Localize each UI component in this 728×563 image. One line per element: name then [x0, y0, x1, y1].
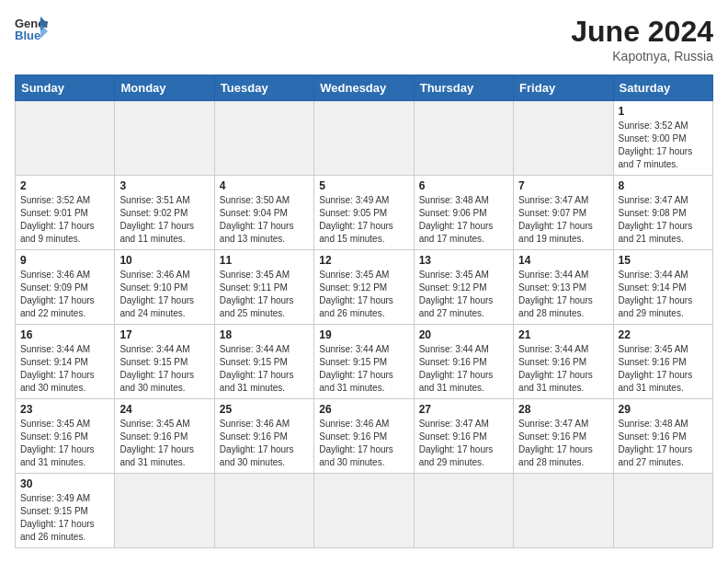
logo-icon: General Blue [15, 15, 48, 42]
day-info: Sunrise: 3:44 AMSunset: 9:15 PMDaylight:… [220, 343, 309, 395]
calendar-day-cell [514, 101, 613, 176]
day-number: 18 [220, 328, 309, 341]
title-block: June 2024 Kapotnya, Russia [571, 15, 713, 63]
day-number: 8 [619, 179, 708, 192]
day-number: 16 [20, 328, 109, 341]
weekday-header-tuesday: Tuesday [214, 75, 313, 101]
day-number: 14 [518, 254, 608, 267]
day-info: Sunrise: 3:45 AMSunset: 9:16 PMDaylight:… [619, 343, 708, 395]
weekday-header-wednesday: Wednesday [314, 75, 414, 101]
day-number: 17 [119, 328, 209, 341]
calendar-day-cell: 23Sunrise: 3:45 AMSunset: 9:16 PMDayligh… [16, 399, 115, 474]
day-number: 12 [319, 254, 408, 267]
day-number: 29 [619, 403, 708, 416]
day-number: 5 [319, 179, 408, 192]
calendar-day-cell: 27Sunrise: 3:47 AMSunset: 9:16 PMDayligh… [414, 399, 513, 474]
day-info: Sunrise: 3:44 AMSunset: 9:15 PMDaylight:… [319, 343, 408, 395]
day-info: Sunrise: 3:47 AMSunset: 9:16 PMDaylight:… [419, 418, 508, 469]
day-info: Sunrise: 3:48 AMSunset: 9:16 PMDaylight:… [619, 418, 708, 469]
day-number: 30 [20, 477, 109, 490]
calendar-day-cell: 5Sunrise: 3:49 AMSunset: 9:05 PMDaylight… [314, 176, 414, 250]
calendar-day-cell: 12Sunrise: 3:45 AMSunset: 9:12 PMDayligh… [314, 250, 414, 325]
day-number: 10 [119, 254, 209, 267]
day-info: Sunrise: 3:45 AMSunset: 9:16 PMDaylight:… [20, 418, 109, 469]
calendar-day-cell: 10Sunrise: 3:46 AMSunset: 9:10 PMDayligh… [115, 250, 214, 325]
day-info: Sunrise: 3:44 AMSunset: 9:13 PMDaylight:… [518, 269, 608, 320]
calendar-day-cell: 1Sunrise: 3:52 AMSunset: 9:00 PMDaylight… [613, 101, 712, 176]
calendar-day-cell [414, 474, 513, 548]
day-info: Sunrise: 3:51 AMSunset: 9:02 PMDaylight:… [119, 194, 209, 246]
calendar-day-cell: 9Sunrise: 3:46 AMSunset: 9:09 PMDaylight… [16, 250, 115, 325]
day-number: 22 [619, 328, 708, 341]
day-info: Sunrise: 3:49 AMSunset: 9:15 PMDaylight:… [20, 492, 109, 544]
calendar-day-cell: 24Sunrise: 3:45 AMSunset: 9:16 PMDayligh… [115, 399, 214, 474]
day-number: 2 [20, 179, 109, 192]
day-info: Sunrise: 3:45 AMSunset: 9:11 PMDaylight:… [220, 269, 309, 320]
day-number: 15 [619, 254, 708, 267]
day-info: Sunrise: 3:47 AMSunset: 9:16 PMDaylight:… [518, 418, 608, 469]
calendar-table: SundayMondayTuesdayWednesdayThursdayFrid… [15, 75, 713, 548]
calendar-day-cell: 25Sunrise: 3:46 AMSunset: 9:16 PMDayligh… [214, 399, 313, 474]
day-number: 25 [220, 403, 309, 416]
calendar-day-cell [115, 474, 214, 548]
day-number: 26 [319, 403, 408, 416]
day-info: Sunrise: 3:49 AMSunset: 9:05 PMDaylight:… [319, 194, 408, 246]
day-info: Sunrise: 3:47 AMSunset: 9:07 PMDaylight:… [518, 194, 608, 246]
weekday-header-sunday: Sunday [16, 75, 115, 101]
weekday-header-friday: Friday [514, 75, 613, 101]
calendar-day-cell [314, 474, 414, 548]
calendar-day-cell [514, 474, 613, 548]
calendar-day-cell [613, 474, 712, 548]
calendar-week-row: 2Sunrise: 3:52 AMSunset: 9:01 PMDaylight… [16, 176, 713, 250]
calendar-week-row: 23Sunrise: 3:45 AMSunset: 9:16 PMDayligh… [16, 399, 713, 474]
calendar-day-cell: 21Sunrise: 3:44 AMSunset: 9:16 PMDayligh… [514, 325, 613, 399]
calendar-day-cell: 28Sunrise: 3:47 AMSunset: 9:16 PMDayligh… [514, 399, 613, 474]
day-number: 24 [119, 403, 209, 416]
calendar-week-row: 16Sunrise: 3:44 AMSunset: 9:14 PMDayligh… [16, 325, 713, 399]
day-info: Sunrise: 3:52 AMSunset: 9:01 PMDaylight:… [20, 194, 109, 246]
svg-text:Blue: Blue [15, 29, 40, 42]
calendar-day-cell [214, 474, 313, 548]
weekday-header-row: SundayMondayTuesdayWednesdayThursdayFrid… [16, 75, 713, 101]
calendar-day-cell: 29Sunrise: 3:48 AMSunset: 9:16 PMDayligh… [613, 399, 712, 474]
calendar-day-cell [414, 101, 513, 176]
day-info: Sunrise: 3:45 AMSunset: 9:12 PMDaylight:… [419, 269, 508, 320]
day-number: 9 [20, 254, 109, 267]
calendar-day-cell [115, 101, 214, 176]
calendar-day-cell: 15Sunrise: 3:44 AMSunset: 9:14 PMDayligh… [613, 250, 712, 325]
day-info: Sunrise: 3:44 AMSunset: 9:14 PMDaylight:… [20, 343, 109, 395]
day-info: Sunrise: 3:50 AMSunset: 9:04 PMDaylight:… [220, 194, 309, 246]
day-info: Sunrise: 3:46 AMSunset: 9:16 PMDaylight:… [220, 418, 309, 469]
calendar-day-cell: 7Sunrise: 3:47 AMSunset: 9:07 PMDaylight… [514, 176, 613, 250]
calendar-day-cell [314, 101, 414, 176]
calendar-day-cell: 4Sunrise: 3:50 AMSunset: 9:04 PMDaylight… [214, 176, 313, 250]
calendar-day-cell: 2Sunrise: 3:52 AMSunset: 9:01 PMDaylight… [16, 176, 115, 250]
calendar-day-cell: 20Sunrise: 3:44 AMSunset: 9:16 PMDayligh… [414, 325, 513, 399]
calendar-day-cell: 19Sunrise: 3:44 AMSunset: 9:15 PMDayligh… [314, 325, 414, 399]
calendar-day-cell: 14Sunrise: 3:44 AMSunset: 9:13 PMDayligh… [514, 250, 613, 325]
day-number: 19 [319, 328, 408, 341]
calendar-day-cell [16, 101, 115, 176]
day-info: Sunrise: 3:46 AMSunset: 9:10 PMDaylight:… [119, 269, 209, 320]
calendar-day-cell: 18Sunrise: 3:44 AMSunset: 9:15 PMDayligh… [214, 325, 313, 399]
day-info: Sunrise: 3:45 AMSunset: 9:16 PMDaylight:… [119, 418, 209, 469]
day-number: 1 [619, 105, 708, 118]
day-info: Sunrise: 3:46 AMSunset: 9:16 PMDaylight:… [319, 418, 408, 469]
weekday-header-saturday: Saturday [613, 75, 712, 101]
weekday-header-monday: Monday [115, 75, 214, 101]
calendar-week-row: 1Sunrise: 3:52 AMSunset: 9:00 PMDaylight… [16, 101, 713, 176]
calendar-day-cell: 8Sunrise: 3:47 AMSunset: 9:08 PMDaylight… [613, 176, 712, 250]
day-info: Sunrise: 3:48 AMSunset: 9:06 PMDaylight:… [419, 194, 508, 246]
day-number: 20 [419, 328, 508, 341]
header: General Blue June 2024 Kapotnya, Russia [15, 15, 713, 63]
day-info: Sunrise: 3:44 AMSunset: 9:16 PMDaylight:… [419, 343, 508, 395]
month-year: June 2024 [571, 15, 713, 49]
calendar-day-cell [214, 101, 313, 176]
calendar-day-cell: 16Sunrise: 3:44 AMSunset: 9:14 PMDayligh… [16, 325, 115, 399]
day-info: Sunrise: 3:44 AMSunset: 9:15 PMDaylight:… [119, 343, 209, 395]
day-number: 13 [419, 254, 508, 267]
calendar-day-cell: 26Sunrise: 3:46 AMSunset: 9:16 PMDayligh… [314, 399, 414, 474]
calendar-day-cell: 6Sunrise: 3:48 AMSunset: 9:06 PMDaylight… [414, 176, 513, 250]
day-number: 27 [419, 403, 508, 416]
day-number: 11 [220, 254, 309, 267]
